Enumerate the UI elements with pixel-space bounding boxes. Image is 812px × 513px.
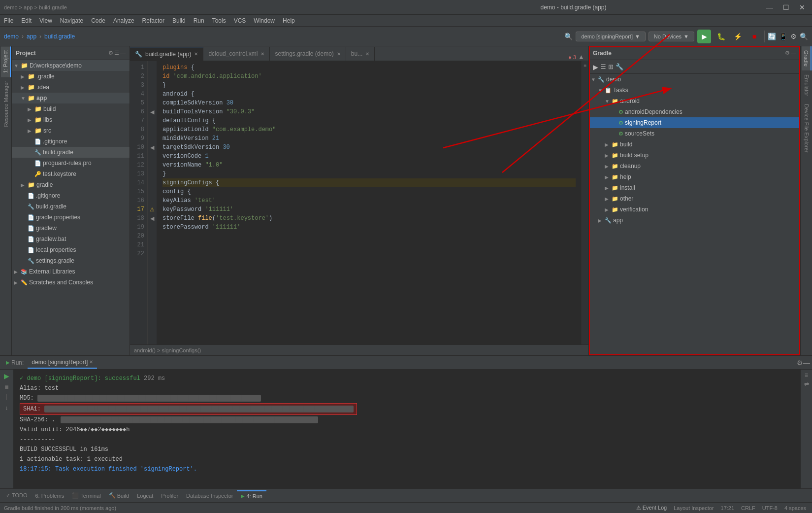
project-close-btn[interactable]: — (120, 50, 126, 56)
bottom-tab-run-label[interactable]: ▶ Run: (2, 357, 28, 368)
menu-vcs[interactable]: VCS (230, 16, 250, 25)
tree-item-demo[interactable]: ▼ 📁 D:\workspace\demo (12, 60, 130, 71)
tree-item-scratches[interactable]: ▶ ✏️ Scratches and Consoles (12, 277, 130, 288)
sync-button[interactable]: 🔄 (768, 33, 776, 40)
status-encoding[interactable]: UTF-8 (760, 505, 780, 511)
tab-close-dcloud[interactable]: ✕ (260, 51, 264, 57)
tree-item-build[interactable]: ▶ 📁 build (12, 103, 130, 114)
tab-close-signingreport[interactable]: ✕ (89, 359, 93, 365)
search-toolbar-btn[interactable]: 🔍 (564, 33, 573, 40)
tree-item-gitignore[interactable]: 📄 .gitignore (12, 136, 130, 147)
stop-run-btn[interactable]: ■ (2, 382, 11, 391)
filter-btn[interactable]: ≡ (805, 372, 808, 378)
tab-profiler[interactable]: Profiler (157, 491, 182, 501)
status-crlf[interactable]: CRLF (739, 505, 757, 511)
menu-help[interactable]: Help (279, 16, 299, 25)
tree-item-gradle-folder[interactable]: ▶ 📁 gradle (12, 179, 130, 190)
bottom-minimize-btn[interactable]: — (803, 359, 810, 367)
status-indent[interactable]: 4 spaces (782, 505, 808, 511)
run-button[interactable]: ▶ (697, 30, 711, 43)
run-again-btn[interactable]: ▶ (2, 372, 11, 380)
gradle-item-android[interactable]: ▼ 📁 android (589, 96, 800, 106)
tree-item-libs[interactable]: ▶ 📁 libs (12, 114, 130, 125)
menu-analyze[interactable]: Analyze (109, 16, 138, 25)
tab-dcloud[interactable]: dcloud_control.xml ✕ (203, 47, 270, 61)
tree-item-gradlew[interactable]: 📄 gradlew (12, 223, 130, 234)
tree-item-proguard[interactable]: 📄 proguard-rules.pro (12, 158, 130, 169)
menu-tools[interactable]: Tools (208, 16, 230, 25)
gradle-minimize-btn[interactable]: — (791, 50, 796, 56)
tab-run-bottom[interactable]: ▶ 4: Run (237, 490, 266, 501)
tab-close-bu[interactable]: ✕ (365, 51, 369, 57)
tree-item-gradleprops[interactable]: 📄 gradle.properties (12, 212, 130, 223)
menu-code[interactable]: Code (87, 16, 109, 25)
run-output[interactable]: ✓ demo [signingReport]: successful 292 m… (14, 370, 800, 488)
gradle-item-app[interactable]: ▶ 🔧 app (589, 215, 800, 226)
wrap-btn[interactable]: ⇌ (804, 380, 809, 387)
breadcrumb-file[interactable]: build.gradle (44, 33, 75, 40)
menu-navigate[interactable]: Navigate (56, 16, 87, 25)
tab-terminal[interactable]: ⬛Terminal (68, 490, 105, 501)
gradle-item-signingreport[interactable]: ⚙ signingReport (589, 117, 800, 128)
gradle-list-btn[interactable]: ☰ (600, 63, 606, 70)
stop-button[interactable]: ■ (747, 30, 761, 43)
device-file-explorer-tab[interactable]: Device File Explorer (802, 100, 811, 156)
project-panel-tab[interactable]: 1: Project (1, 46, 11, 77)
avd-button[interactable]: 📱 (779, 33, 787, 40)
gradle-wrench-btn[interactable]: 🔧 (616, 63, 623, 70)
tree-item-root-buildgradle[interactable]: 🔧 build.gradle (12, 201, 130, 212)
minimize-button[interactable]: — (763, 2, 776, 12)
gradle-item-androiddeps[interactable]: ⚙ androidDependencies (589, 106, 800, 117)
menu-file[interactable]: File (0, 16, 17, 25)
menu-run[interactable]: Run (190, 16, 208, 25)
debug-button[interactable]: 🐛 (714, 30, 728, 43)
emulator-tab[interactable]: Emulator (802, 70, 811, 100)
global-search-button[interactable]: 🔍 (800, 33, 808, 40)
tree-item-testkeystore[interactable]: 🔑 test.keystore (12, 169, 130, 179)
resource-manager-tab[interactable]: Resource Manager (1, 77, 10, 131)
tree-item-settingsgradle[interactable]: 🔧 settings.gradle (12, 255, 130, 266)
editor-scrollbar[interactable]: ≡ (582, 61, 588, 344)
bottom-tab-signingreport[interactable]: demo [signingReport] ✕ (28, 357, 97, 369)
sdk-button[interactable]: ⚙ (790, 33, 797, 40)
close-button[interactable]: ✕ (796, 2, 808, 12)
tab-close-settings[interactable]: ✕ (337, 51, 341, 57)
gradle-item-tasks[interactable]: ▼ 📋 Tasks (589, 85, 800, 96)
tab-close-buildgradle[interactable]: ✕ (194, 51, 198, 57)
tree-item-app[interactable]: ▼ 📁 app (12, 93, 130, 103)
tab-logcat[interactable]: Logcat (133, 491, 157, 501)
scroll-up-btn[interactable]: ▲ (578, 53, 585, 61)
project-gear-btn[interactable]: ☰ (114, 50, 119, 56)
tab-bu[interactable]: bu... ✕ (346, 47, 375, 61)
menu-edit[interactable]: Edit (17, 16, 35, 25)
menu-refactor[interactable]: Refactor (138, 16, 168, 25)
gradle-item-cleanup[interactable]: ▶ 📁 cleanup (589, 161, 800, 171)
tab-problems[interactable]: 6: Problems (31, 491, 68, 501)
breadcrumb-demo[interactable]: demo (4, 33, 19, 40)
project-settings-btn[interactable]: ⚙ (108, 50, 113, 56)
breadcrumb-app[interactable]: app (27, 33, 36, 40)
run-config-dropdown[interactable]: demo [signingReport] ▼ (576, 32, 645, 41)
tree-item-localprops[interactable]: 📄 local.properties (12, 244, 130, 255)
gradle-expand-btn[interactable]: ⊞ (608, 63, 614, 70)
tab-settings[interactable]: settings.gradle (demo) ✕ (270, 47, 346, 61)
tab-db-inspector[interactable]: Database Inspector (182, 491, 237, 501)
tree-item-dotidea[interactable]: ▶ 📁 .idea (12, 82, 130, 93)
event-log-btn[interactable]: ⚠ Event Log (634, 505, 669, 511)
gradle-item-install[interactable]: ▶ 📁 install (589, 182, 800, 193)
tree-item-root-gitignore[interactable]: 📄 .gitignore (12, 190, 130, 201)
gradle-item-demo[interactable]: ▼ 🔧 demo (589, 74, 800, 85)
code-editor[interactable]: plugins { id 'com.android.application' }… (157, 61, 582, 344)
devices-dropdown[interactable]: No Devices ▼ (649, 32, 694, 41)
gradle-run-btn[interactable]: ▶ (593, 63, 598, 71)
tab-build[interactable]: 🔨Build (105, 490, 133, 501)
gradle-item-build[interactable]: ▶ 📁 build (589, 139, 800, 150)
gradle-item-verification[interactable]: ▶ 📁 verification (589, 204, 800, 215)
tree-item-src[interactable]: ▶ 📁 src (12, 125, 130, 136)
maximize-button[interactable]: ☐ (780, 2, 792, 12)
tree-item-buildgradle-app[interactable]: 🔧 build.gradle (12, 147, 130, 158)
gradle-item-help[interactable]: ▶ 📁 help (589, 171, 800, 182)
tab-todo[interactable]: ✓ TODO (2, 490, 31, 501)
tree-item-gradlewbat[interactable]: 📄 gradlew.bat (12, 234, 130, 244)
gradle-settings-btn[interactable]: ⚙ (785, 50, 790, 56)
